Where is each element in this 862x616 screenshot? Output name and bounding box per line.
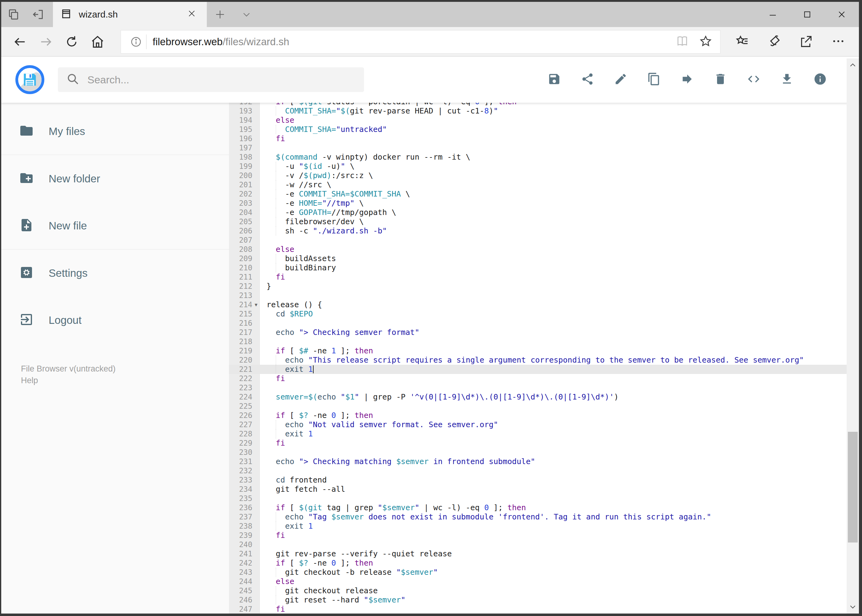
address-bar[interactable]: filebrowser.web/files/wizard.sh bbox=[121, 30, 720, 53]
code-line[interactable]: 195 COMMIT_SHA="untracked" bbox=[229, 125, 859, 134]
code-line[interactable]: 234 git fetch --all bbox=[229, 485, 859, 494]
code-line[interactable]: 197 bbox=[229, 143, 859, 152]
code-line[interactable]: 238 exit 1 bbox=[229, 522, 859, 531]
code-line[interactable]: 201 -w //src \ bbox=[229, 180, 859, 189]
code-line[interactable]: 215 cd $REPO bbox=[229, 310, 859, 319]
code-line[interactable]: 232 bbox=[229, 466, 859, 475]
code-line[interactable]: 242 if [ $? -ne 0 ]; then bbox=[229, 558, 859, 568]
code-line[interactable]: 219 if [ $# -ne 1 ]; then bbox=[229, 346, 859, 355]
reading-view-book-icon[interactable] bbox=[676, 35, 689, 49]
code-line[interactable]: 193 COMMIT_SHA="$(git rev-parse HEAD | c… bbox=[229, 107, 859, 116]
code-line[interactable]: 222 fi bbox=[229, 374, 859, 383]
minimize-button[interactable] bbox=[755, 2, 790, 27]
code-line[interactable]: 203 -e HOME="//tmp" \ bbox=[229, 199, 859, 208]
code-line[interactable]: 196 fi bbox=[229, 134, 859, 143]
code-line[interactable]: 200 -v /$(pwd):/src:z \ bbox=[229, 171, 859, 180]
code-line[interactable]: 213 bbox=[229, 291, 859, 300]
sidebar-item-my-files[interactable]: My files bbox=[1, 108, 229, 155]
code-line[interactable]: 206 sh -c "./wizard.sh -b" bbox=[229, 226, 859, 236]
share-icon[interactable] bbox=[581, 72, 594, 87]
tab-preview-icon[interactable] bbox=[1, 2, 26, 27]
code-line[interactable]: 226 if [ $? -ne 0 ]; then bbox=[229, 411, 859, 420]
code-line[interactable]: 245 git checkout release bbox=[229, 586, 859, 596]
code-line[interactable]: 194 else bbox=[229, 116, 859, 125]
code-line[interactable]: 220 echo "This release script requires a… bbox=[229, 355, 859, 365]
code-line[interactable]: 241 git rev-parse --verify --quiet relea… bbox=[229, 549, 859, 558]
set-aside-tabs-icon[interactable] bbox=[26, 2, 50, 27]
more-dots-icon[interactable] bbox=[831, 34, 845, 50]
info-icon[interactable] bbox=[813, 72, 827, 87]
code-line[interactable]: 244 else bbox=[229, 577, 859, 586]
code-line[interactable]: 246 git reset --hard "$semver" bbox=[229, 596, 859, 605]
code-line[interactable]: 212} bbox=[229, 282, 859, 291]
code-line[interactable]: 209 buildAssets bbox=[229, 254, 859, 263]
maximize-button[interactable] bbox=[790, 2, 824, 27]
sidebar-item-settings[interactable]: Settings bbox=[1, 250, 229, 297]
close-window-button[interactable] bbox=[824, 2, 859, 27]
code-line[interactable]: 237 echo "Tag $semver does not exist in … bbox=[229, 512, 859, 522]
share-icon[interactable] bbox=[799, 34, 813, 50]
forward-icon[interactable] bbox=[39, 35, 53, 49]
code-line[interactable]: 199 -u "$(id -u)" \ bbox=[229, 162, 859, 171]
code-line[interactable]: 231 echo "> Checking matching $semver in… bbox=[229, 457, 859, 466]
code-line[interactable]: 233 cd frontend bbox=[229, 475, 859, 485]
scroll-down-arrow-icon[interactable] bbox=[846, 600, 859, 614]
save-icon[interactable] bbox=[547, 72, 561, 87]
code-line[interactable]: 236 if [ $(git tag | grep "$semver" | wc… bbox=[229, 503, 859, 512]
site-info-icon[interactable] bbox=[126, 36, 146, 48]
code-line[interactable]: 223 bbox=[229, 383, 859, 393]
code-line[interactable]: 225 bbox=[229, 402, 859, 411]
tab-list-chevron-icon[interactable] bbox=[233, 2, 260, 27]
code-line[interactable]: 210 buildBinary bbox=[229, 263, 859, 272]
code-icon[interactable] bbox=[747, 72, 760, 87]
sidebar-item-new-folder[interactable]: New folder bbox=[1, 155, 229, 202]
code-line[interactable]: 192 if [ $(git status --porcelain | wc -… bbox=[229, 103, 859, 107]
code-line[interactable]: 202 -e COMMIT_SHA=$COMMIT_SHA \ bbox=[229, 189, 859, 199]
code-line[interactable]: 235 bbox=[229, 494, 859, 503]
code-line[interactable]: 216 bbox=[229, 319, 859, 328]
annotate-pen-icon[interactable] bbox=[767, 34, 782, 50]
sidebar-item-new-file[interactable]: New file bbox=[1, 202, 229, 249]
page-scrollbar[interactable] bbox=[846, 58, 859, 614]
code-line[interactable]: 205 filebrowser/dev \ bbox=[229, 217, 859, 226]
home-icon[interactable] bbox=[90, 35, 105, 49]
scrollbar-thumb[interactable] bbox=[848, 432, 858, 542]
browser-tab[interactable]: wizard.sh bbox=[53, 2, 207, 27]
fold-arrow-icon[interactable]: ▼ bbox=[252, 300, 260, 310]
hub-favorites-icon[interactable] bbox=[735, 34, 749, 50]
move-forward-icon[interactable] bbox=[681, 72, 694, 87]
code-line[interactable]: 208 else bbox=[229, 245, 859, 254]
code-line[interactable]: 228 exit 1 bbox=[229, 429, 859, 438]
code-line[interactable]: 217 echo "> Checking semver format" bbox=[229, 328, 859, 337]
tab-close-icon[interactable] bbox=[184, 7, 199, 22]
refresh-icon[interactable] bbox=[65, 35, 79, 49]
code-line[interactable]: 240 bbox=[229, 540, 859, 549]
code-line[interactable]: 221 exit 1 bbox=[229, 365, 859, 374]
url-text[interactable]: filebrowser.web/files/wizard.sh bbox=[153, 36, 676, 48]
copy-icon[interactable] bbox=[647, 72, 661, 87]
code-line[interactable]: 243 git checkout -b release "$semver" bbox=[229, 568, 859, 577]
search-input[interactable]: Search... bbox=[58, 68, 364, 92]
code-line[interactable]: 224 semver=$(echo "$1" | grep -P '^v(0|[… bbox=[229, 393, 859, 402]
code-line[interactable]: 247 fi bbox=[229, 605, 859, 614]
back-icon[interactable] bbox=[13, 35, 27, 49]
code-line[interactable]: 214▼release () { bbox=[229, 300, 859, 310]
sidebar-item-logout[interactable]: Logout bbox=[1, 297, 229, 344]
code-line[interactable]: 198 $(command -v winpty) docker run --rm… bbox=[229, 152, 859, 162]
edit-pencil-icon[interactable] bbox=[614, 72, 627, 87]
delete-trash-icon[interactable] bbox=[714, 72, 727, 87]
favorite-star-icon[interactable] bbox=[699, 35, 712, 49]
new-tab-button[interactable] bbox=[207, 2, 233, 27]
code-line[interactable]: 227 echo "Not valid semver format. See s… bbox=[229, 420, 859, 429]
scroll-up-arrow-icon[interactable] bbox=[846, 58, 859, 72]
code-line[interactable]: 230 bbox=[229, 448, 859, 457]
code-line[interactable]: 218 bbox=[229, 337, 859, 346]
code-line[interactable]: 239 fi bbox=[229, 531, 859, 540]
code-line[interactable]: 211 fi bbox=[229, 272, 859, 282]
code-line[interactable]: 229 fi bbox=[229, 438, 859, 448]
code-editor[interactable]: 192 if [ $(git status --porcelain | wc -… bbox=[229, 103, 859, 614]
code-line[interactable]: 204 -e GOPATH=//tmp/gopath \ bbox=[229, 208, 859, 217]
help-link[interactable]: Help bbox=[21, 375, 116, 386]
code-line[interactable]: 207 bbox=[229, 236, 859, 245]
download-icon[interactable] bbox=[780, 72, 794, 87]
